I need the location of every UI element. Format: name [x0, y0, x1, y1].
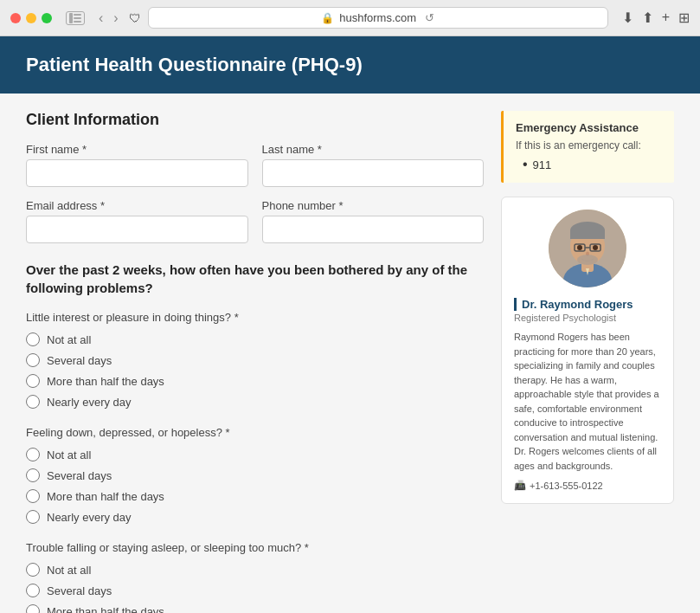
q3-option-2[interactable]: Several days [26, 584, 484, 597]
shield-icon: 🛡 [129, 11, 141, 25]
last-name-group: Last name * [262, 143, 485, 187]
main-form: Client Information First name * Last nam… [26, 111, 484, 613]
last-name-input[interactable] [262, 159, 485, 187]
emergency-text: If this is an emergency call: [516, 139, 662, 152]
question-1-text: Little interest or pleasure in doing thi… [26, 311, 484, 324]
download-icon[interactable]: ⬇ [622, 10, 633, 26]
browser-chrome: ‹ › 🛡 🔒 hushforms.com ↺ ⬇ ⬆ + ⊞ [0, 0, 700, 36]
phone-input[interactable] [262, 216, 485, 243]
svg-point-13 [577, 245, 582, 250]
sidebar-toggle-button[interactable] [66, 11, 85, 25]
phone-icon: 📠 [514, 480, 526, 491]
q3-radio-2[interactable] [26, 584, 40, 597]
email-group: Email address * [26, 199, 248, 243]
q1-option-1[interactable]: Not at all [26, 332, 484, 346]
new-tab-icon[interactable]: + [662, 10, 670, 26]
lock-icon: 🔒 [321, 12, 334, 24]
q1-option-2[interactable]: Several days [26, 353, 484, 367]
svg-point-16 [577, 255, 598, 265]
q1-option-3[interactable]: More than half the days [26, 374, 484, 388]
doctor-phone-container: 📠 +1-613-555-0122 [514, 480, 661, 491]
svg-rect-1 [74, 14, 81, 16]
q3-label-3: More than half the days [47, 605, 164, 614]
q3-label-1: Not at all [47, 564, 91, 577]
q2-radio-1[interactable] [26, 448, 40, 461]
question-group-1: Little interest or pleasure in doing thi… [26, 311, 484, 409]
url-text: hushforms.com [339, 11, 416, 24]
address-bar[interactable]: 🔒 hushforms.com ↺ [148, 7, 608, 29]
reload-icon[interactable]: ↺ [425, 11, 434, 24]
q2-radio-2[interactable] [26, 468, 40, 482]
q2-option-3[interactable]: More than half the days [26, 489, 484, 503]
q2-radio-4[interactable] [26, 510, 40, 524]
sidebar: Emergency Assistance If this is an emerg… [501, 111, 674, 613]
q1-label-4: Nearly every day [47, 396, 132, 409]
phone-label: Phone number * [262, 199, 485, 212]
emergency-box: Emergency Assistance If this is an emerg… [501, 111, 674, 183]
phq-main-question: Over the past 2 weeks, how often have yo… [26, 261, 484, 297]
emergency-list: 911 [516, 157, 662, 172]
page-header: Patient Health Questionnaire (PHQ-9) [0, 36, 700, 94]
browser-actions: ⬇ ⬆ + ⊞ [622, 10, 690, 26]
traffic-lights [10, 13, 52, 23]
question-3-text: Trouble falling or staying asleep, or sl… [26, 541, 484, 554]
doctor-card: Dr. Raymond Rogers Registered Psychologi… [501, 197, 674, 504]
q2-label-3: More than half the days [47, 490, 164, 503]
q3-radio-3[interactable] [26, 604, 40, 613]
question-group-2: Feeling down, depressed, or hopeless? * … [26, 426, 484, 524]
svg-rect-3 [74, 21, 81, 23]
q3-option-3[interactable]: More than half the days [26, 604, 484, 613]
traffic-light-green[interactable] [42, 13, 52, 23]
phone-group: Phone number * [262, 199, 485, 243]
last-name-label: Last name * [262, 143, 485, 156]
traffic-light-red[interactable] [10, 13, 21, 23]
svg-rect-2 [74, 17, 81, 19]
first-name-input[interactable] [26, 159, 248, 187]
q2-label-4: Nearly every day [47, 511, 132, 524]
q2-radio-3[interactable] [26, 489, 40, 503]
first-name-group: First name * [26, 143, 248, 187]
email-input[interactable] [26, 216, 248, 243]
svg-rect-9 [570, 230, 605, 239]
q1-radio-3[interactable] [26, 374, 40, 388]
first-name-label: First name * [26, 143, 248, 156]
emergency-title: Emergency Assistance [516, 121, 662, 134]
q1-radio-4[interactable] [26, 395, 40, 409]
tabs-icon[interactable]: ⊞ [678, 10, 690, 26]
doctor-avatar [549, 210, 626, 287]
q2-option-2[interactable]: Several days [26, 468, 484, 482]
page-wrapper: Patient Health Questionnaire (PHQ-9) Cli… [0, 36, 700, 613]
client-info-title: Client Information [26, 111, 484, 129]
email-label: Email address * [26, 199, 248, 212]
q2-option-1[interactable]: Not at all [26, 448, 484, 461]
q1-label-3: More than half the days [47, 375, 164, 388]
back-button[interactable]: ‹ [95, 9, 106, 28]
forward-button[interactable]: › [110, 9, 121, 28]
nav-buttons: ‹ › [95, 9, 122, 28]
name-row: First name * Last name * [26, 143, 484, 187]
share-icon[interactable]: ⬆ [642, 10, 653, 26]
doctor-bio: Raymond Rogers has been practicing for m… [514, 330, 661, 473]
q3-radio-1[interactable] [26, 563, 40, 577]
q2-option-4[interactable]: Nearly every day [26, 510, 484, 524]
contact-row: Email address * Phone number * [26, 199, 484, 243]
question-2-text: Feeling down, depressed, or hopeless? * [26, 426, 484, 439]
doctor-title: Registered Psychologist [514, 313, 661, 323]
q2-label-2: Several days [47, 469, 112, 482]
question-group-3: Trouble falling or staying asleep, or sl… [26, 541, 484, 613]
q1-radio-1[interactable] [26, 332, 40, 346]
q3-label-2: Several days [47, 584, 112, 597]
q1-radio-2[interactable] [26, 353, 40, 367]
traffic-light-yellow[interactable] [26, 13, 36, 23]
q3-option-1[interactable]: Not at all [26, 563, 484, 577]
doctor-phone-number: +1-613-555-0122 [530, 481, 603, 491]
emergency-number: 911 [523, 157, 662, 172]
q2-label-1: Not at all [47, 448, 91, 461]
q1-label-2: Several days [47, 354, 112, 367]
doctor-avatar-container [514, 210, 661, 287]
svg-rect-0 [69, 13, 73, 23]
q1-option-4[interactable]: Nearly every day [26, 395, 484, 409]
page-title: Patient Health Questionnaire (PHQ-9) [26, 54, 674, 76]
doctor-name: Dr. Raymond Rogers [514, 298, 661, 311]
svg-point-14 [593, 245, 598, 250]
